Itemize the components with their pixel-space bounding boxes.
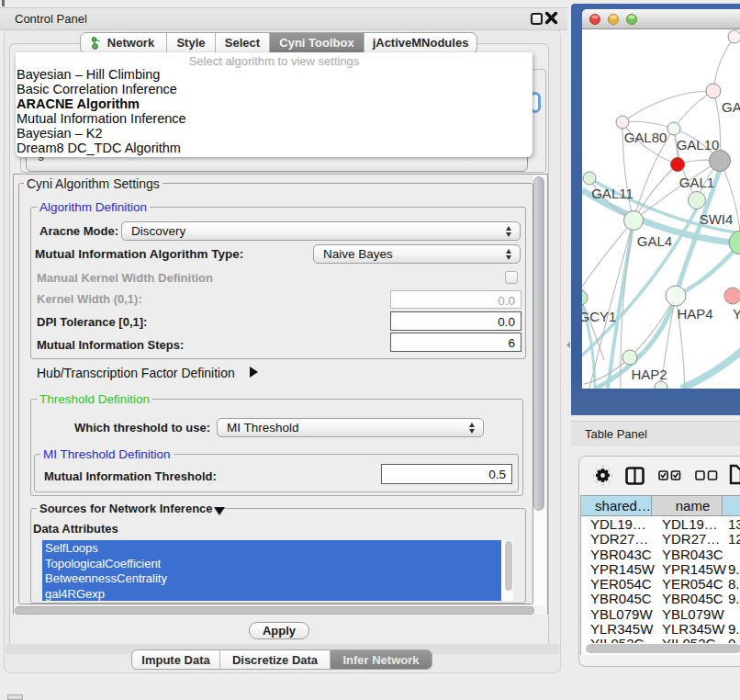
- svg-text:Y: Y: [733, 306, 740, 322]
- svg-text:GAL10: GAL10: [677, 137, 720, 152]
- svg-text:GAL1: GAL1: [679, 175, 714, 190]
- svg-text:GAL11: GAL11: [591, 186, 633, 201]
- svg-text:HAP2: HAP2: [631, 367, 667, 382]
- svg-text:GAL4: GAL4: [637, 233, 672, 249]
- svg-text:GCY1: GCY1: [582, 309, 616, 324]
- svg-text:GAL80: GAL80: [624, 130, 667, 145]
- svg-text:SWI4: SWI4: [700, 211, 734, 227]
- svg-text:GAL: GAL: [722, 99, 740, 115]
- svg-text:HAP4: HAP4: [677, 306, 712, 322]
